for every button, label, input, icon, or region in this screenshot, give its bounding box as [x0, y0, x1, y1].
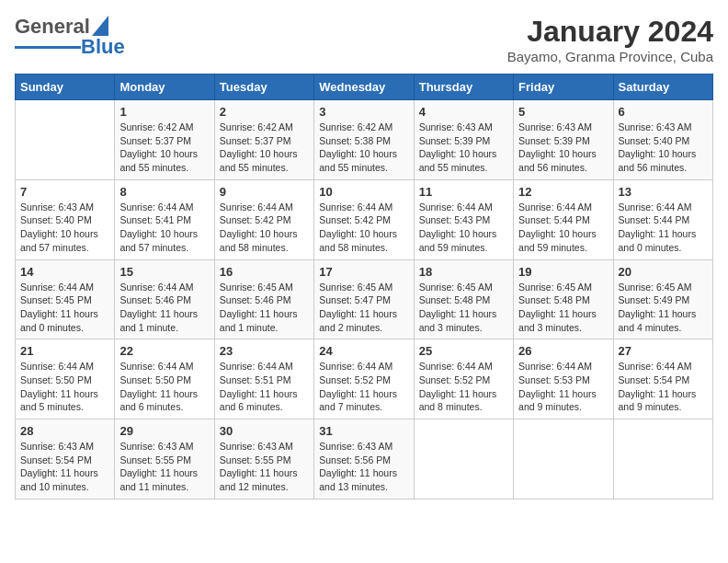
logo-underline — [15, 46, 81, 49]
day-info: Sunrise: 6:44 AM Sunset: 5:52 PM Dayligh… — [419, 360, 508, 414]
day-number: 12 — [518, 185, 608, 199]
day-number: 31 — [319, 424, 408, 438]
day-number: 10 — [319, 185, 408, 199]
calendar-location: Bayamo, Granma Province, Cuba — [507, 49, 713, 64]
day-number: 21 — [20, 344, 109, 358]
calendar-cell: 31Sunrise: 6:43 AM Sunset: 5:56 PM Dayli… — [314, 419, 414, 500]
calendar-cell: 11Sunrise: 6:44 AM Sunset: 5:43 PM Dayli… — [414, 179, 513, 259]
calendar-cell: 1Sunrise: 6:42 AM Sunset: 5:37 PM Daylig… — [115, 100, 214, 180]
day-info: Sunrise: 6:45 AM Sunset: 5:48 PM Dayligh… — [419, 281, 508, 335]
day-info: Sunrise: 6:42 AM Sunset: 5:37 PM Dayligh… — [220, 121, 309, 175]
day-info: Sunrise: 6:44 AM Sunset: 5:50 PM Dayligh… — [119, 360, 209, 414]
day-info: Sunrise: 6:42 AM Sunset: 5:38 PM Dayligh… — [319, 121, 408, 175]
day-number: 24 — [319, 344, 408, 358]
header-sunday: Sunday — [16, 75, 115, 100]
day-number: 25 — [419, 344, 508, 358]
logo-blue: Blue — [81, 35, 125, 59]
day-number: 26 — [518, 344, 608, 358]
day-info: Sunrise: 6:44 AM Sunset: 5:42 PM Dayligh… — [220, 201, 309, 255]
calendar-cell: 15Sunrise: 6:44 AM Sunset: 5:46 PM Dayli… — [115, 259, 214, 339]
calendar-cell: 14Sunrise: 6:44 AM Sunset: 5:45 PM Dayli… — [16, 259, 115, 339]
day-number: 2 — [220, 105, 309, 119]
day-info: Sunrise: 6:45 AM Sunset: 5:48 PM Dayligh… — [518, 281, 608, 335]
header-friday: Friday — [514, 75, 613, 100]
day-number: 15 — [119, 265, 209, 279]
calendar-cell: 17Sunrise: 6:45 AM Sunset: 5:47 PM Dayli… — [314, 259, 414, 339]
calendar-cell — [613, 419, 712, 500]
calendar-cell: 28Sunrise: 6:43 AM Sunset: 5:54 PM Dayli… — [16, 419, 115, 500]
calendar-header-row: SundayMondayTuesdayWednesdayThursdayFrid… — [16, 75, 713, 100]
calendar-cell: 24Sunrise: 6:44 AM Sunset: 5:52 PM Dayli… — [314, 339, 414, 419]
calendar-cell: 25Sunrise: 6:44 AM Sunset: 5:52 PM Dayli… — [414, 339, 513, 419]
calendar-cell: 2Sunrise: 6:42 AM Sunset: 5:37 PM Daylig… — [214, 100, 313, 180]
day-info: Sunrise: 6:43 AM Sunset: 5:40 PM Dayligh… — [20, 201, 109, 255]
day-number: 11 — [419, 185, 508, 199]
day-info: Sunrise: 6:45 AM Sunset: 5:49 PM Dayligh… — [619, 281, 708, 335]
calendar-cell — [414, 419, 513, 500]
day-number: 23 — [220, 344, 309, 358]
calendar-cell — [16, 100, 115, 180]
day-number: 14 — [20, 265, 109, 279]
calendar-cell: 6Sunrise: 6:43 AM Sunset: 5:40 PM Daylig… — [613, 100, 712, 180]
day-info: Sunrise: 6:44 AM Sunset: 5:41 PM Dayligh… — [119, 201, 209, 255]
calendar-cell: 26Sunrise: 6:44 AM Sunset: 5:53 PM Dayli… — [514, 339, 613, 419]
calendar-cell: 22Sunrise: 6:44 AM Sunset: 5:50 PM Dayli… — [115, 339, 214, 419]
day-info: Sunrise: 6:44 AM Sunset: 5:43 PM Dayligh… — [419, 201, 508, 255]
header-monday: Monday — [115, 75, 214, 100]
day-number: 4 — [419, 105, 508, 119]
day-number: 1 — [119, 105, 209, 119]
day-number: 17 — [319, 265, 408, 279]
day-info: Sunrise: 6:43 AM Sunset: 5:39 PM Dayligh… — [419, 121, 508, 175]
header-tuesday: Tuesday — [214, 75, 313, 100]
calendar-cell: 12Sunrise: 6:44 AM Sunset: 5:44 PM Dayli… — [514, 179, 613, 259]
week-row-5: 28Sunrise: 6:43 AM Sunset: 5:54 PM Dayli… — [16, 419, 713, 500]
svg-marker-0 — [92, 16, 108, 36]
calendar-cell: 23Sunrise: 6:44 AM Sunset: 5:51 PM Dayli… — [214, 339, 313, 419]
day-info: Sunrise: 6:44 AM Sunset: 5:54 PM Dayligh… — [619, 360, 708, 414]
day-info: Sunrise: 6:44 AM Sunset: 5:52 PM Dayligh… — [319, 360, 408, 414]
day-info: Sunrise: 6:42 AM Sunset: 5:37 PM Dayligh… — [119, 121, 209, 175]
page-header: General Blue January 2024 Bayamo, Granma… — [15, 15, 713, 64]
day-number: 18 — [419, 265, 508, 279]
day-number: 28 — [20, 424, 109, 438]
header-thursday: Thursday — [414, 75, 513, 100]
day-number: 13 — [619, 185, 708, 199]
day-number: 8 — [119, 185, 209, 199]
week-row-4: 21Sunrise: 6:44 AM Sunset: 5:50 PM Dayli… — [16, 339, 713, 419]
calendar-cell: 27Sunrise: 6:44 AM Sunset: 5:54 PM Dayli… — [613, 339, 712, 419]
calendar-cell: 9Sunrise: 6:44 AM Sunset: 5:42 PM Daylig… — [214, 179, 313, 259]
day-info: Sunrise: 6:43 AM Sunset: 5:40 PM Dayligh… — [619, 121, 708, 175]
day-info: Sunrise: 6:43 AM Sunset: 5:56 PM Dayligh… — [319, 440, 408, 494]
day-info: Sunrise: 6:43 AM Sunset: 5:39 PM Dayligh… — [518, 121, 608, 175]
calendar-cell: 30Sunrise: 6:43 AM Sunset: 5:55 PM Dayli… — [214, 419, 313, 500]
logo: General Blue — [15, 15, 125, 59]
day-info: Sunrise: 6:44 AM Sunset: 5:44 PM Dayligh… — [619, 201, 708, 255]
day-number: 22 — [119, 344, 209, 358]
day-info: Sunrise: 6:45 AM Sunset: 5:46 PM Dayligh… — [220, 281, 309, 335]
day-number: 27 — [619, 344, 708, 358]
calendar-cell: 21Sunrise: 6:44 AM Sunset: 5:50 PM Dayli… — [16, 339, 115, 419]
calendar-title-block: January 2024 Bayamo, Granma Province, Cu… — [507, 15, 713, 64]
calendar-month-year: January 2024 — [507, 15, 713, 49]
week-row-2: 7Sunrise: 6:43 AM Sunset: 5:40 PM Daylig… — [16, 179, 713, 259]
calendar-cell: 18Sunrise: 6:45 AM Sunset: 5:48 PM Dayli… — [414, 259, 513, 339]
day-number: 30 — [220, 424, 309, 438]
header-saturday: Saturday — [613, 75, 712, 100]
week-row-1: 1Sunrise: 6:42 AM Sunset: 5:37 PM Daylig… — [16, 100, 713, 180]
calendar-cell: 3Sunrise: 6:42 AM Sunset: 5:38 PM Daylig… — [314, 100, 414, 180]
calendar-table: SundayMondayTuesdayWednesdayThursdayFrid… — [15, 74, 713, 500]
day-info: Sunrise: 6:43 AM Sunset: 5:55 PM Dayligh… — [119, 440, 209, 494]
day-info: Sunrise: 6:44 AM Sunset: 5:53 PM Dayligh… — [518, 360, 608, 414]
day-number: 7 — [20, 185, 109, 199]
calendar-cell: 16Sunrise: 6:45 AM Sunset: 5:46 PM Dayli… — [214, 259, 313, 339]
day-number: 20 — [619, 265, 708, 279]
day-number: 9 — [220, 185, 309, 199]
calendar-cell: 7Sunrise: 6:43 AM Sunset: 5:40 PM Daylig… — [16, 179, 115, 259]
day-number: 6 — [619, 105, 708, 119]
day-info: Sunrise: 6:45 AM Sunset: 5:47 PM Dayligh… — [319, 281, 408, 335]
day-info: Sunrise: 6:44 AM Sunset: 5:51 PM Dayligh… — [220, 360, 309, 414]
day-number: 3 — [319, 105, 408, 119]
day-info: Sunrise: 6:44 AM Sunset: 5:44 PM Dayligh… — [518, 201, 608, 255]
day-number: 29 — [119, 424, 209, 438]
day-info: Sunrise: 6:44 AM Sunset: 5:46 PM Dayligh… — [119, 281, 209, 335]
